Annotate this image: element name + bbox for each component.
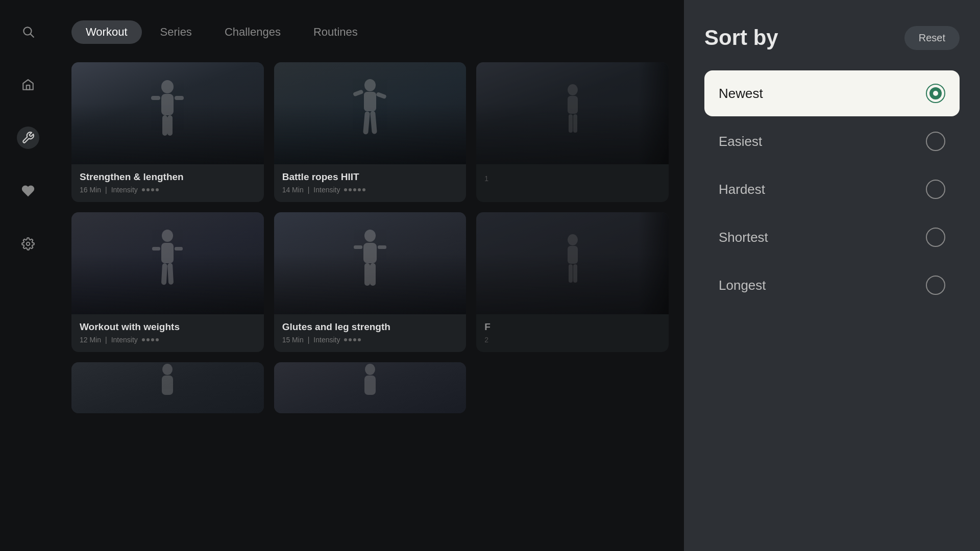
svg-rect-9	[167, 115, 173, 136]
card-duration-4: 12 Min	[80, 336, 101, 344]
svg-rect-31	[370, 263, 376, 286]
card-intensity-label-1: Intensity	[111, 186, 138, 194]
card-image-4	[71, 212, 264, 314]
card-title-4: Workout with weights	[80, 321, 256, 333]
card-sep-1: |	[105, 186, 107, 194]
svg-rect-39	[364, 375, 376, 395]
card-dots-5	[344, 338, 361, 341]
tools-icon[interactable]	[17, 127, 39, 149]
card-meta-1: 16 Min | Intensity	[80, 186, 256, 194]
card-sep-4: |	[105, 336, 107, 344]
svg-rect-23	[175, 247, 183, 251]
tab-challenges[interactable]: Challenges	[210, 20, 295, 44]
card-title-5: Glutes and leg strength	[282, 321, 458, 333]
radio-easiest	[926, 132, 945, 151]
svg-point-36	[162, 364, 173, 375]
svg-rect-19	[573, 114, 577, 133]
card-duration-2: 14 Min	[282, 186, 304, 194]
card-image-6	[476, 212, 669, 314]
svg-point-10	[364, 79, 376, 91]
card-dots-4	[142, 338, 159, 341]
figure-6	[476, 212, 669, 314]
sort-option-longest[interactable]: Longest	[704, 262, 960, 308]
card-meta-3: 1	[484, 174, 660, 183]
card-image-8	[274, 362, 467, 413]
svg-rect-24	[161, 263, 167, 285]
card-meta-4: 12 Min | Intensity	[80, 336, 256, 344]
card-title-6: F	[484, 321, 660, 333]
svg-rect-27	[363, 243, 377, 263]
svg-point-32	[568, 234, 578, 245]
tab-series[interactable]: Series	[146, 20, 206, 44]
card-info-2: Battle ropes HIIT 14 Min | Intensity	[274, 164, 467, 202]
workout-card-2[interactable]: Battle ropes HIIT 14 Min | Intensity	[274, 62, 467, 202]
svg-rect-34	[569, 264, 573, 283]
search-icon[interactable]	[17, 20, 39, 43]
sort-option-hardest[interactable]: Hardest	[704, 166, 960, 212]
workout-card-7[interactable]	[71, 362, 264, 413]
svg-line-1	[31, 34, 34, 37]
card-info-6: F 2	[476, 314, 669, 352]
tab-routines[interactable]: Routines	[299, 20, 372, 44]
svg-rect-17	[568, 96, 578, 114]
settings-icon[interactable]	[17, 233, 39, 255]
workout-card-5[interactable]: Glutes and leg strength 15 Min | Intensi…	[274, 212, 467, 352]
card-title-2: Battle ropes HIIT	[282, 171, 458, 183]
svg-rect-13	[376, 92, 387, 99]
svg-rect-30	[364, 263, 370, 286]
heart-icon[interactable]	[17, 180, 39, 202]
card-duration-5: 15 Min	[282, 336, 304, 344]
figure-3	[476, 62, 669, 164]
card-sep-2: |	[308, 186, 310, 194]
sort-option-shortest[interactable]: Shortest	[704, 214, 960, 260]
svg-point-20	[162, 230, 173, 242]
workout-card-8[interactable]	[274, 362, 467, 413]
workout-card-3[interactable]: 1	[476, 62, 669, 202]
card-info-5: Glutes and leg strength 15 Min | Intensi…	[274, 314, 467, 352]
svg-point-26	[364, 230, 376, 242]
workout-grid: Strengthen & lengthen 16 Min | Intensity	[71, 62, 669, 413]
sort-option-label-newest: Newest	[719, 86, 763, 102]
main-content: Workout Series Challenges Routines	[56, 0, 684, 551]
workout-card-6[interactable]: F 2	[476, 212, 669, 352]
svg-rect-25	[167, 263, 174, 284]
svg-point-38	[365, 364, 375, 375]
svg-rect-8	[162, 115, 167, 136]
reset-button[interactable]: Reset	[904, 26, 960, 50]
workout-card-1[interactable]: Strengthen & lengthen 16 Min | Intensity	[71, 62, 264, 202]
card-info-3: 1	[476, 164, 669, 191]
card-dots-1	[142, 188, 159, 191]
sort-option-newest[interactable]: Newest	[704, 70, 960, 116]
sort-option-label-longest: Longest	[719, 278, 766, 293]
sort-title: Sort by	[704, 26, 778, 50]
svg-point-16	[568, 84, 578, 95]
workout-card-4[interactable]: Workout with weights 12 Min | Intensity	[71, 212, 264, 352]
svg-rect-6	[151, 96, 160, 100]
card-info-4: Workout with weights 12 Min | Intensity	[71, 314, 264, 352]
figure-4	[71, 212, 264, 314]
card-info-1: Strengthen & lengthen 16 Min | Intensity	[71, 164, 264, 202]
home-icon[interactable]	[17, 73, 39, 96]
svg-rect-15	[370, 111, 377, 134]
svg-rect-12	[353, 89, 364, 96]
sort-panel: Sort by Reset Newest Easiest Hardest Sho…	[684, 0, 980, 551]
card-image-1	[71, 62, 264, 164]
svg-rect-28	[354, 245, 362, 249]
figure-8	[274, 362, 467, 413]
card-duration-3: 1	[484, 174, 488, 183]
radio-newest	[926, 84, 945, 103]
svg-rect-33	[568, 246, 578, 264]
sidebar	[0, 0, 56, 551]
card-intensity-label-2: Intensity	[313, 186, 340, 194]
radio-shortest	[926, 228, 945, 247]
card-intensity-label-5: Intensity	[313, 336, 340, 344]
card-intensity-label-4: Intensity	[111, 336, 138, 344]
tab-workout[interactable]: Workout	[71, 20, 142, 44]
sort-option-label-shortest: Shortest	[719, 230, 768, 245]
card-duration-1: 16 Min	[80, 186, 101, 194]
tab-bar: Workout Series Challenges Routines	[71, 20, 669, 44]
svg-rect-11	[364, 92, 376, 111]
radio-inner-newest	[929, 87, 942, 99]
svg-point-4	[161, 80, 174, 93]
sort-option-easiest[interactable]: Easiest	[704, 118, 960, 164]
